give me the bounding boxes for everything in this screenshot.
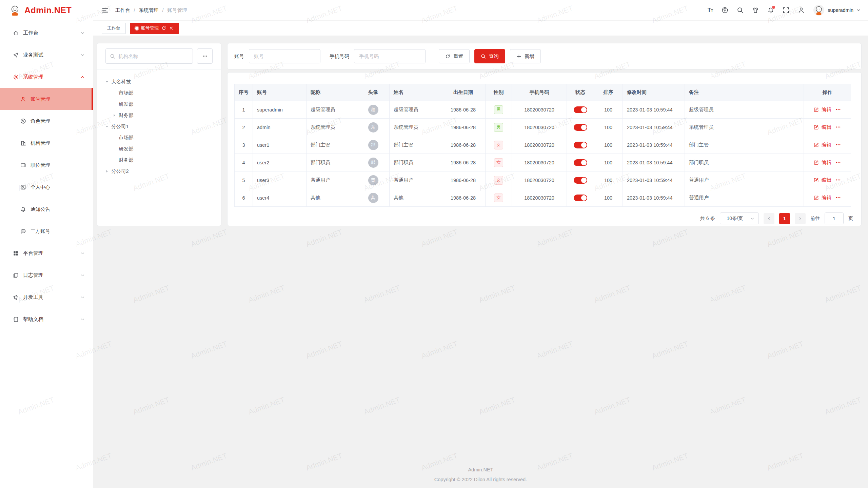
sidebar-item-dev-tools[interactable]: 开发工具 (0, 286, 93, 308)
edit-button[interactable]: 编辑 (814, 159, 831, 166)
tree-node[interactable]: 市场部 (103, 87, 215, 99)
cell-no: 2 (235, 119, 253, 136)
tree-node[interactable]: 市场部 (103, 132, 215, 143)
sidebar-item-system-mgmt[interactable]: 系统管理 (0, 66, 93, 88)
account-input[interactable] (249, 49, 320, 63)
tree-node[interactable]: 研发部 (103, 99, 215, 110)
sidebar-item-log-mgmt[interactable]: 日志管理 (0, 264, 93, 286)
username-label: superadmin (828, 7, 853, 13)
cell-avatar: 系 (357, 119, 390, 136)
tab-account-mgmt[interactable]: 账号管理 (130, 23, 179, 34)
sidebar-item-profile-center[interactable]: 个人中心 (0, 176, 93, 198)
row-more-button[interactable] (835, 160, 841, 165)
accounts-table: 序号账号昵称头像姓名出生日期性别手机号码状态排序修改时间备注操作 1supera… (234, 84, 851, 207)
tree-node[interactable]: 研发部 (103, 143, 215, 155)
sidebar-item-notice[interactable]: 通知公告 (0, 198, 93, 220)
cell-ops: 编辑 (804, 136, 851, 154)
sidebar-item-workbench[interactable]: 工作台 (0, 22, 93, 44)
edit-button[interactable]: 编辑 (814, 142, 831, 148)
footer-title: Admin.NET (93, 465, 868, 475)
sidebar-item-help-docs[interactable]: 帮助文档 (0, 308, 93, 330)
tab-refresh-icon[interactable] (161, 26, 166, 30)
fullscreen-icon[interactable] (783, 7, 789, 14)
tree-node[interactable]: 分公司1 (103, 121, 215, 132)
status-toggle[interactable] (574, 142, 587, 148)
cell-time: 2023-01-03 10:59:44 (623, 136, 685, 154)
row-more-button[interactable] (835, 177, 841, 183)
prev-page-button[interactable] (764, 213, 774, 224)
tab-close-icon[interactable] (169, 26, 174, 30)
edit-button[interactable]: 编辑 (814, 106, 831, 113)
column-header: 账号 (253, 84, 307, 101)
status-toggle[interactable] (574, 106, 587, 113)
sidebar-item-role-mgmt[interactable]: 角色管理 (0, 110, 93, 132)
app-root: Admin.NET 工作台业务测试系统管理账号管理角色管理机构管理职位管理个人中… (0, 0, 868, 488)
sidebar-item-third-party-account[interactable]: 三方账号 (0, 220, 93, 242)
edit-button[interactable]: 编辑 (814, 124, 831, 130)
row-more-button[interactable] (835, 142, 841, 147)
page-size-select[interactable]: 10条/页 (720, 212, 759, 224)
user-menu[interactable]: superadmin (813, 4, 861, 16)
bell-icon (20, 206, 26, 212)
app-logo[interactable]: Admin.NET (0, 0, 93, 21)
breadcrumb-item[interactable]: 系统管理 (139, 7, 159, 14)
theme-skin-icon[interactable] (752, 7, 759, 14)
row-more-button[interactable] (835, 107, 841, 112)
add-button[interactable]: 新增 (510, 49, 541, 63)
sidebar-item-account-mgmt[interactable]: 账号管理 (0, 88, 93, 110)
cell-name: 部门主管 (390, 136, 441, 154)
cell-sort: 100 (594, 119, 623, 136)
chevron-down-icon (750, 217, 754, 221)
row-more-button[interactable] (835, 124, 841, 130)
table-header-row: 序号账号昵称头像姓名出生日期性别手机号码状态排序修改时间备注操作 (235, 84, 851, 101)
tree-node[interactable]: 分公司2 (103, 166, 215, 177)
org-more-button[interactable] (197, 48, 213, 64)
tree-node[interactable]: 财务部 (103, 155, 215, 166)
sidebar-item-business-test[interactable]: 业务测试 (0, 44, 93, 66)
cell-gender: 男 (486, 119, 512, 136)
tab-workbench[interactable]: 工作台 (102, 23, 126, 34)
next-page-button[interactable] (795, 213, 806, 224)
page-size-value: 10条/页 (727, 216, 743, 222)
status-toggle[interactable] (574, 177, 587, 184)
status-toggle[interactable] (574, 195, 587, 201)
reset-button[interactable]: 重置 (439, 49, 470, 63)
caret-down-icon (105, 80, 109, 84)
collapse-menu-icon[interactable] (102, 7, 108, 14)
gender-badge: 女 (494, 141, 503, 149)
font-size-icon[interactable]: TT (708, 7, 713, 13)
cell-name: 部门职员 (390, 154, 441, 171)
org-search-input[interactable] (118, 54, 189, 59)
cell-account: superadmin (253, 101, 307, 119)
edit-button[interactable]: 编辑 (814, 177, 831, 183)
cell-phone: 18020030720 (512, 171, 567, 189)
query-button[interactable]: 查询 (474, 49, 505, 63)
goto-page-input[interactable] (825, 212, 844, 224)
breadcrumb-separator: / (162, 7, 164, 13)
cell-status (567, 171, 594, 189)
chevron-down-icon (80, 273, 85, 278)
sidebar-item-platform-mgmt[interactable]: 平台管理 (0, 242, 93, 264)
cell-sort: 100 (594, 189, 623, 207)
user-icon[interactable] (798, 7, 805, 14)
breadcrumb-item[interactable]: 工作台 (115, 7, 130, 14)
notifications-bell-icon[interactable] (767, 7, 774, 14)
edit-icon (814, 142, 819, 147)
sidebar-item-org-mgmt[interactable]: 机构管理 (0, 132, 93, 154)
sidebar-item-position-mgmt[interactable]: 职位管理 (0, 154, 93, 176)
search-icon[interactable] (737, 7, 744, 14)
edit-button[interactable]: 编辑 (814, 195, 831, 201)
plus-icon (516, 54, 521, 59)
content: 大名科技市场部研发部财务部分公司1市场部研发部财务部分公司2 账号 手机号码 重… (93, 36, 868, 488)
row-actions: 编辑 (814, 106, 841, 113)
page-number-current[interactable]: 1 (779, 213, 790, 224)
row-actions: 编辑 (814, 195, 841, 201)
language-icon[interactable] (722, 7, 728, 14)
breadcrumb: 工作台 / 系统管理 / 账号管理 (115, 7, 187, 14)
phone-input[interactable] (354, 49, 426, 63)
row-more-button[interactable] (835, 195, 841, 200)
tree-node[interactable]: 财务部 (103, 110, 215, 121)
status-toggle[interactable] (574, 159, 587, 166)
status-toggle[interactable] (574, 124, 587, 131)
tree-node[interactable]: 大名科技 (103, 76, 215, 87)
